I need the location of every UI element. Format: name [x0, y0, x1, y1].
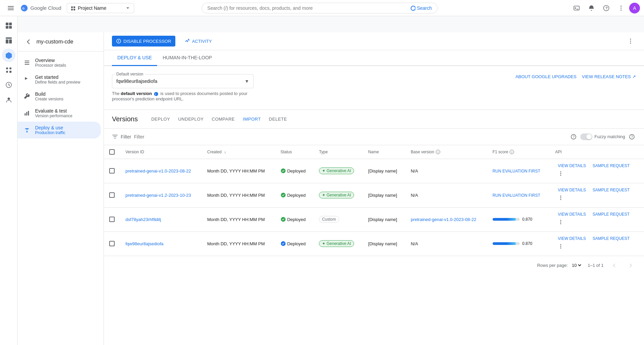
row-more-button[interactable] [555, 168, 566, 179]
row-checkbox[interactable] [109, 241, 115, 246]
search-button[interactable]: Search [409, 5, 432, 11]
compare-action-btn[interactable]: COMPARE [209, 115, 237, 123]
notifications-icon-btn[interactable] [585, 1, 598, 15]
sidebar-item-overview[interactable]: Overview Processor details [18, 54, 101, 71]
sidebar-item-evaluate[interactable]: Evaluate & test Version performance [18, 105, 101, 122]
sample-request-button[interactable]: SAMPLE REQUEST [590, 186, 632, 194]
f1-score-cell: RUN EVALUATION FIRST [487, 183, 550, 207]
api-cell: VIEW DETAILS SAMPLE REQUEST [550, 207, 644, 231]
back-button[interactable] [23, 36, 34, 47]
tab-deploy-use[interactable]: DEPLOY & USE [112, 50, 157, 66]
rows-per-page-select[interactable]: 10 25 50 [570, 262, 582, 268]
table-row: fqw98eur8ajsediofa Month DD, YYYY HH:MM … [104, 231, 644, 256]
row-checkbox-cell [104, 183, 120, 207]
version-select-row: Default version fqw98eur8ajsediofa ▼ The… [112, 74, 636, 101]
left-nav-header: my-custom-cde [18, 32, 104, 52]
name-cell: [Display name] [363, 183, 405, 207]
sidebar-person-icon[interactable] [2, 93, 16, 106]
terminal-icon-btn[interactable] [570, 1, 583, 15]
run-eval-link[interactable]: RUN EVALUATION FIRST [493, 169, 540, 174]
help-icon-btn[interactable]: ? [599, 1, 613, 15]
status-label: Deployed [287, 193, 306, 198]
delete-action-btn[interactable]: DELETE [266, 115, 290, 123]
sidebar-item-deploy[interactable]: Deploy & use Production traffic [18, 122, 101, 138]
sidebar-item-build[interactable]: Build Create versions [18, 88, 101, 105]
sidebar-nav-icon[interactable] [2, 19, 16, 32]
version-id-link[interactable]: pretrained-genai-v1.2-2023-10-23 [125, 193, 191, 198]
pagination-row: Rows per page: 10 25 50 1–1 of 1 [104, 256, 644, 275]
filter-help-icon[interactable]: ? [569, 133, 578, 141]
row-more-button[interactable] [555, 241, 566, 252]
base-version-link[interactable]: pretrained-genai-v1.0-2023-08-22 [411, 217, 476, 222]
row-checkbox-cell [104, 159, 120, 183]
activity-button[interactable]: ACTIVITY [181, 36, 216, 46]
run-eval-link[interactable]: RUN EVALUATION FIRST [493, 193, 540, 198]
th-created[interactable]: Created ↓ [202, 145, 275, 159]
svg-text:?: ? [631, 135, 633, 139]
th-base-version: Base version ? [405, 145, 487, 159]
app-sidebar [0, 16, 18, 345]
sidebar-overview-title: Overview [35, 58, 66, 63]
hamburger-menu[interactable] [4, 1, 18, 15]
flag-icon [23, 75, 31, 84]
prev-page-button[interactable] [609, 260, 620, 271]
version-select[interactable]: Default version fqw98eur8ajsediofa ▼ [112, 74, 254, 88]
tab-human-loop[interactable]: HUMAN-IN-THE-LOOP [157, 50, 217, 66]
svg-point-60 [560, 223, 561, 224]
svg-text:?: ? [573, 135, 575, 139]
svg-point-63 [560, 246, 561, 247]
row-checkbox[interactable] [109, 217, 115, 222]
import-action-btn[interactable]: IMPORT [240, 115, 263, 123]
fuzzy-toggle-switch[interactable] [580, 133, 592, 140]
undeploy-action-btn[interactable]: UNDEPLOY [175, 115, 206, 123]
avatar[interactable]: A [629, 3, 640, 13]
disable-processor-button[interactable]: DISABLE PROCESSOR [112, 36, 175, 46]
deploy-action-btn[interactable]: DEPLOY [149, 115, 173, 123]
sample-request-button[interactable]: SAMPLE REQUEST [590, 235, 632, 242]
svg-rect-8 [74, 9, 75, 10]
svg-rect-31 [25, 113, 26, 116]
row-more-button[interactable] [555, 192, 566, 203]
row-checkbox[interactable] [109, 192, 115, 198]
project-selector[interactable]: Project Name [67, 3, 134, 13]
fuzzy-help-icon[interactable]: ? [628, 133, 636, 141]
view-release-notes-link[interactable]: VIEW RELEASE NOTES ↗ [582, 74, 636, 79]
next-page-button[interactable] [625, 260, 636, 271]
sidebar-item-get-started[interactable]: Get started Define fields and preview [18, 71, 101, 88]
view-details-button[interactable]: VIEW DETAILS [555, 186, 589, 194]
base-version-cell: N/A [405, 231, 487, 256]
version-id-link[interactable]: pretrained-genai-v1.0-2023-08-22 [125, 168, 191, 174]
view-details-button[interactable]: VIEW DETAILS [555, 211, 589, 218]
more-options-icon-btn[interactable] [614, 1, 628, 15]
row-more-button[interactable] [555, 217, 566, 227]
filter-input[interactable] [134, 134, 567, 139]
search-input[interactable] [207, 5, 410, 11]
version-id-link[interactable]: fqw98eur8ajsediofa [125, 241, 164, 246]
sample-request-button[interactable]: SAMPLE REQUEST [590, 162, 632, 169]
created-cell: Month DD, YYYY HH:MM PM [202, 231, 275, 256]
about-upgrades-link[interactable]: ABOUT GOOGLE UPGRADES [516, 74, 577, 79]
view-details-button[interactable]: VIEW DETAILS [555, 162, 589, 169]
th-name: Name [363, 145, 405, 159]
row-checkbox[interactable] [109, 168, 115, 174]
left-nav: my-custom-cde Overview Processor details [18, 32, 104, 345]
sidebar-dashboard-icon[interactable] [2, 34, 16, 47]
api-cell: VIEW DETAILS SAMPLE REQUEST [550, 183, 644, 207]
svg-point-27 [7, 98, 10, 100]
table-row: pretrained-genai-v1.2-2023-10-23 Month D… [104, 183, 644, 207]
created-cell: Month DD, YYYY HH:MM PM [202, 159, 275, 183]
sidebar-layers-icon[interactable] [2, 49, 16, 62]
view-details-button[interactable]: VIEW DETAILS [555, 235, 589, 242]
type-cell: ✦ Generative AI [314, 183, 363, 207]
sidebar-clock-icon[interactable] [2, 78, 16, 92]
base-version-value: N/A [411, 168, 418, 174]
version-id-link[interactable]: dsf78yah23rhf8dilj [125, 217, 161, 222]
th-status: Status [275, 145, 314, 159]
sidebar-widgets-icon[interactable] [2, 63, 16, 77]
svg-point-56 [560, 199, 561, 200]
svg-text:?: ? [605, 6, 608, 10]
sample-request-button[interactable]: SAMPLE REQUEST [590, 211, 632, 218]
select-all-checkbox[interactable] [109, 149, 115, 155]
toolbar-more-button[interactable] [625, 36, 636, 46]
f1-score-bar: 0.870 [493, 217, 545, 222]
